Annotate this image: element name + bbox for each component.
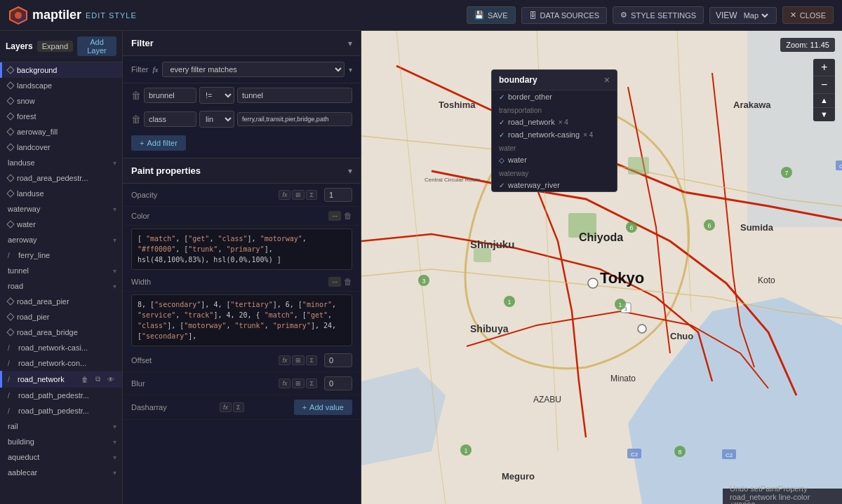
opacity-sigma-button[interactable]: Σ [306, 190, 317, 200]
layer-item-road-network[interactable]: / road_network 🗑 ⧉ 👁 [0, 371, 122, 388]
add-filter-label: Add filter [147, 139, 177, 147]
slash-icon: / [8, 360, 15, 367]
layer-item-road-network-casi[interactable]: / road_network-casi... [0, 340, 122, 355]
filter-op-select-2[interactable]: lin!=in [199, 111, 234, 128]
layer-item-road-path-pedestr2[interactable]: / road_path_pedestr... [0, 403, 122, 418]
svg-text:7: 7 [784, 170, 788, 177]
layer-item-aeroway[interactable]: aeroway ▾ [0, 232, 122, 247]
layer-item-waterway[interactable]: waterway ▾ [0, 201, 122, 217]
layer-item-background[interactable]: background [0, 62, 122, 78]
layer-duplicate-button[interactable]: ⧉ [93, 374, 102, 384]
chevron-down-icon: ▾ [113, 438, 116, 446]
color-toggle-button[interactable]: ··· [328, 211, 341, 221]
offset-value-input[interactable] [324, 353, 352, 367]
offset-controls: fx ⊞ Σ [279, 355, 317, 365]
filter-mode-select[interactable]: every filter matches any filter matches [162, 62, 345, 77]
filter-key-input-2[interactable] [144, 111, 196, 127]
layer-item-ferry-line[interactable]: / ferry_line [0, 247, 122, 263]
popup-item-border-other[interactable]: ✓ border_other [492, 90, 617, 103]
layer-item-landcover[interactable]: landcover [0, 139, 122, 155]
slash-icon: / [8, 376, 15, 383]
layer-item-tunnel[interactable]: tunnel ▾ [0, 263, 122, 278]
view-select[interactable]: Map [741, 11, 770, 20]
popup-item-road-network-casing[interactable]: ✓ road_network-casing × 4 [492, 128, 617, 141]
layer-item-road-pier[interactable]: road_pier [0, 309, 122, 325]
layers-add-button[interactable]: Add Layer [77, 36, 116, 56]
layer-item-forest[interactable]: forest [0, 109, 122, 124]
close-button[interactable]: ✕ CLOSE [782, 6, 834, 24]
layer-item-aablecar[interactable]: aablecar ▾ [0, 465, 122, 480]
layer-visibility-button[interactable]: 👁 [105, 375, 116, 384]
filter-val-input-2[interactable] [237, 112, 352, 126]
layer-label: road_network [18, 375, 65, 383]
blur-table-button[interactable]: ⊞ [292, 379, 305, 388]
add-filter-button[interactable]: + Add filter [131, 135, 186, 151]
filter-delete-button-1[interactable]: 🗑 [131, 90, 141, 101]
layer-item-road-area-bridge[interactable]: road_area_bridge [0, 325, 122, 340]
layer-item-water[interactable]: water [0, 217, 122, 232]
data-sources-button[interactable]: 🗄 DATA SOURCES [521, 7, 608, 24]
layer-item-building[interactable]: building ▾ [0, 434, 122, 449]
width-code-editor[interactable]: 8, ["secondary"], 4, ["tertiary"], 6, ["… [131, 294, 352, 346]
blur-fx-button[interactable]: fx [279, 379, 290, 388]
svg-point-23 [588, 278, 598, 288]
svg-text:Meguro: Meguro [502, 471, 535, 482]
opacity-value-input[interactable] [324, 188, 352, 202]
filter-op-select-1[interactable]: !===in [199, 87, 234, 104]
popup-item-road-network[interactable]: ✓ road_network × 4 [492, 116, 617, 128]
layer-item-landscape[interactable]: landscape [0, 78, 122, 93]
opacity-table-button[interactable]: ⊞ [292, 190, 305, 200]
layer-item-road-path-pedestr1[interactable]: / road_path_pedestr... [0, 388, 122, 403]
layer-item-road-network-con[interactable]: / road_network-con... [0, 355, 122, 371]
layer-label: landcover [17, 143, 51, 151]
filter-paint-panel: Filter ▾ Filter fx every filter matches … [123, 31, 361, 504]
width-toggle-button[interactable]: ··· [328, 277, 341, 287]
style-settings-button[interactable]: ⚙ STYLE SETTINGS [613, 6, 704, 24]
popup-item-water[interactable]: ◇ water [492, 154, 617, 166]
offset-fx-button[interactable]: fx [279, 355, 290, 365]
width-delete-button[interactable]: 🗑 [344, 277, 352, 287]
blur-sigma-button[interactable]: Σ [306, 379, 317, 388]
map-area[interactable]: Toshima Arakawa Shinjuku Chiyoda Tokyo S… [361, 31, 842, 504]
boundary-popup-close-button[interactable]: × [604, 74, 610, 86]
offset-sigma-button[interactable]: Σ [306, 355, 317, 365]
filter-collapse-button[interactable]: ▾ [348, 39, 352, 48]
layer-item-landuse2[interactable]: landuse [0, 186, 122, 201]
layer-item-road[interactable]: road ▾ [0, 278, 122, 294]
layer-item-landuse[interactable]: landuse ▾ [0, 155, 122, 170]
layer-item-aqueduct[interactable]: aqueduct ▾ [0, 449, 122, 465]
layer-item-rail[interactable]: rail ▾ [0, 418, 122, 434]
zoom-in-button[interactable]: + [813, 59, 835, 76]
layer-item-road-area-pedestr[interactable]: road_area_pedestr... [0, 170, 122, 186]
chevron-down-icon: ▾ [113, 159, 116, 167]
paint-collapse-button[interactable]: ▾ [348, 166, 352, 176]
zoom-out-button[interactable]: − [813, 76, 835, 94]
filter-delete-button-2[interactable]: 🗑 [131, 114, 141, 125]
fx-icon: fx [152, 65, 158, 74]
filter-key-input-1[interactable] [144, 88, 196, 103]
svg-text:1: 1 [507, 299, 511, 306]
layer-item-road-area-pier[interactable]: road_area_pier [0, 294, 122, 309]
blur-value-input[interactable] [324, 376, 352, 390]
svg-text:C2: C2 [631, 451, 639, 458]
add-value-button[interactable]: + Add value [294, 400, 352, 415]
zoom-tilt-down-button[interactable]: ▼ [813, 108, 835, 121]
diamond-icon [6, 112, 14, 120]
filter-val-input-1[interactable] [237, 88, 352, 103]
layers-expand-button[interactable]: Expand [37, 41, 73, 52]
color-delete-button[interactable]: 🗑 [344, 211, 352, 221]
layer-delete-button[interactable]: 🗑 [79, 375, 91, 384]
layers-header: Layers Expand Add Layer [0, 31, 122, 62]
save-button[interactable]: 💾 SAVE [467, 6, 516, 24]
layer-item-snow[interactable]: snow [0, 93, 122, 109]
popup-item-waterway-river[interactable]: ✓ waterway_river [492, 179, 617, 191]
color-code-editor[interactable]: [ "match", ["get", "class"], "motorway",… [131, 229, 352, 270]
opacity-fx-button[interactable]: fx [279, 190, 290, 200]
color-label: Color [131, 212, 170, 220]
dasharray-fx-button[interactable]: fx [220, 402, 232, 412]
offset-table-button[interactable]: ⊞ [292, 355, 305, 365]
dasharray-sigma-button[interactable]: Σ [233, 402, 244, 412]
zoom-tilt-up-button[interactable]: ▲ [813, 94, 835, 108]
svg-text:Shinjuku: Shinjuku [470, 238, 514, 250]
layer-item-aeroway-fill[interactable]: aeroway_fill [0, 124, 122, 139]
